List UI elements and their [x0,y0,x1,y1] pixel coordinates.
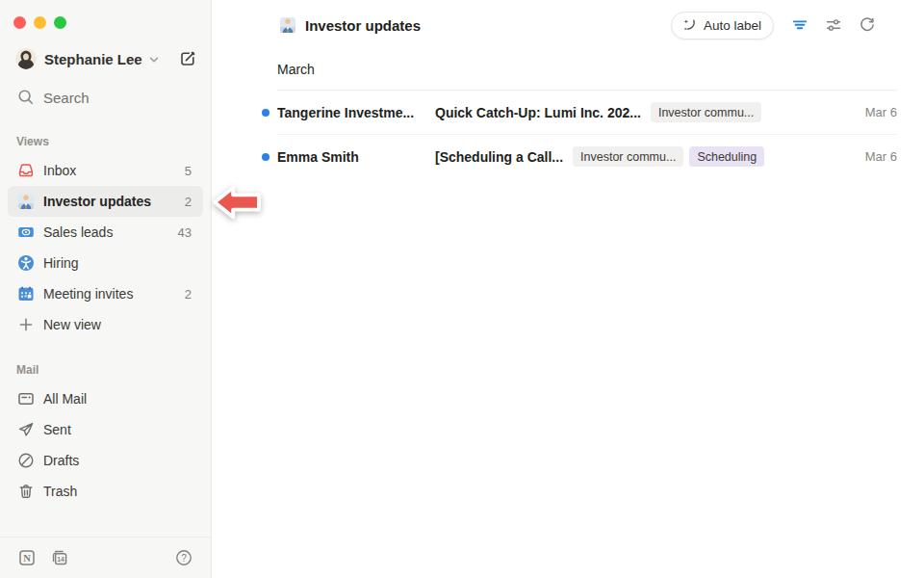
email-row[interactable]: Emma Smith[Scheduling a Call...Investor … [277,135,897,178]
email-tags: Investor commu... [651,102,761,122]
unread-dot [262,153,270,161]
email-row[interactable]: Tangerine Investme...Quick Catch-Up: Lum… [277,91,897,135]
calendar-app-icon[interactable]: 14 [50,548,69,567]
email-label-tag[interactable]: Scheduling [689,146,764,167]
sidebar-item-trash[interactable]: Trash [8,476,203,507]
zoom-button[interactable] [54,16,66,29]
banknote-icon [17,223,35,241]
sidebar-item-drafts[interactable]: Drafts [8,445,203,476]
auto-label-button[interactable]: Auto label [671,12,774,39]
drafts-icon [17,452,35,469]
mail-section-label: Mail [16,363,211,378]
notion-icon[interactable]: N [17,548,37,567]
sidebar-item-label: Trash [43,484,77,499]
email-sender: Tangerine Investme... [277,105,435,120]
unread-count-badge: 2 [185,195,192,209]
email-subject: Quick Catch-Up: Lumi Inc. 202... [435,105,641,120]
sidebar-item-label: Inbox [43,163,76,178]
inbox-icon [17,162,35,179]
person-icon [17,254,35,272]
email-rows: Tangerine Investme...Quick Catch-Up: Lum… [277,91,897,178]
sidebar-item-label: Hiring [43,255,79,271]
page-title: Investor updates [305,17,421,34]
sidebar-footer: N 14 ? [0,537,211,578]
filter-button[interactable] [789,14,810,36]
views-section-label: Views [16,135,211,149]
sidebar-item-label: Sales leads [43,224,113,240]
calendar-icon [17,285,35,302]
sidebar-item-investor-updates[interactable]: Investor updates2 [8,186,203,217]
sidebar-item-new-view[interactable]: New view [8,309,203,340]
sidebar-item-label: Drafts [43,453,79,468]
email-subject: [Scheduling a Call... [435,149,563,165]
auto-label-text: Auto label [704,18,761,33]
trash-icon [17,483,35,500]
app-window: Stephanie Lee Search Views Inbox5Investo… [0,0,924,578]
email-date: Mar 6 [856,149,897,164]
sidebar-item-sales-leads[interactable]: Sales leads43 [8,217,203,248]
sent-icon [17,421,35,438]
search-label: Search [43,90,90,106]
pointer-arrow-icon [211,181,263,227]
account-row: Stephanie Lee [15,44,197,73]
chevron-down-icon[interactable] [148,54,160,66]
window-controls [0,0,211,29]
sidebar: Stephanie Lee Search Views Inbox5Investo… [0,0,212,578]
views-list: Inbox5Investor updates2Sales leads43Hiri… [0,149,211,340]
sidebar-item-label: All Mail [43,391,87,407]
unread-count-badge: 2 [185,287,192,302]
auto-label-icon [681,17,698,34]
email-list: March Tangerine Investme...Quick Catch-U… [277,46,897,178]
minimize-button[interactable] [34,16,46,29]
svg-text:N: N [23,553,31,564]
sidebar-item-sent[interactable]: Sent [8,414,203,445]
plus-icon [17,316,35,333]
sidebar-item-label: New view [43,317,101,332]
refresh-button[interactable] [857,14,878,36]
unread-count-badge: 43 [178,225,192,240]
search-button[interactable]: Search [16,85,197,110]
email-date: Mar 6 [856,105,897,119]
email-label-tag[interactable]: Investor commu... [651,102,761,122]
compose-button[interactable] [178,49,197,68]
email-label-tag[interactable]: Investor commu... [573,146,683,167]
investor-icon [17,193,35,210]
sidebar-item-label: Sent [43,422,71,437]
email-sender: Emma Smith [277,149,435,165]
sidebar-item-label: Investor updates [43,194,151,209]
allmail-icon [17,390,35,407]
header-controls: Auto label [671,12,878,39]
display-settings-button[interactable] [823,14,844,36]
unread-count-badge: 5 [185,164,192,178]
help-icon[interactable]: ? [174,548,193,567]
account-name[interactable]: Stephanie Lee [44,51,142,67]
date-group-label: March [277,46,897,91]
search-icon [16,88,36,107]
main-header: Investor updates Auto label [213,0,924,46]
investor-updates-icon [279,16,296,34]
mail-list: All MailSentDraftsTrash [0,378,211,507]
sidebar-item-inbox[interactable]: Inbox5 [8,155,203,186]
email-tags: Investor commu...Scheduling [573,146,764,167]
avatar[interactable] [15,48,37,69]
svg-text:?: ? [181,553,187,564]
close-button[interactable] [13,16,26,29]
sidebar-item-hiring[interactable]: Hiring [8,248,203,278]
main-panel: Investor updates Auto label March Tanger… [213,0,924,578]
sidebar-item-meeting-invites[interactable]: Meeting invites2 [8,278,203,309]
sidebar-item-label: Meeting invites [43,286,133,302]
svg-text:14: 14 [57,556,64,563]
unread-dot [262,109,270,117]
sidebar-item-all-mail[interactable]: All Mail [8,383,203,414]
